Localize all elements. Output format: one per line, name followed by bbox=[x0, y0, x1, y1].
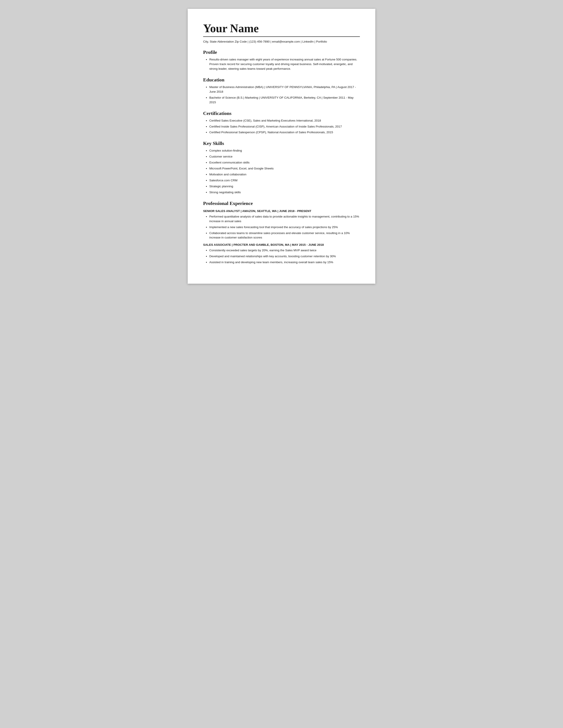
job-2-list: Consistently exceeded sales targets by 2… bbox=[203, 248, 360, 265]
profile-list: Results-driven sales manager with eight … bbox=[203, 57, 360, 71]
name-divider bbox=[203, 36, 360, 37]
list-item: Results-driven sales manager with eight … bbox=[209, 57, 360, 71]
list-item: Collaborated across teams to streamline … bbox=[209, 231, 360, 240]
list-item: Excellent communication skills bbox=[209, 160, 360, 165]
list-item: Customer service bbox=[209, 154, 360, 159]
job-title-2: SALES ASSOCIATE | PROCTER AND GAMBLE, BO… bbox=[203, 243, 360, 246]
list-item: Certified Professional Salesperson (CPSP… bbox=[209, 130, 360, 135]
certifications-list: Certified Sales Executive (CSE), Sales a… bbox=[203, 118, 360, 135]
list-item: Developed and maintained relationships w… bbox=[209, 254, 360, 259]
header-section: Your Name City, State Abbreviation Zip C… bbox=[203, 22, 360, 43]
education-list: Master of Business Administration (MBA) … bbox=[203, 85, 360, 105]
list-item: Strategic planning bbox=[209, 184, 360, 189]
resume-page: Your Name City, State Abbreviation Zip C… bbox=[188, 9, 375, 284]
key-skills-list: Complex solution-finding Customer servic… bbox=[203, 148, 360, 195]
list-item: Certified Inside Sales Professional (CIS… bbox=[209, 124, 360, 129]
certifications-section: Certifications Certified Sales Executive… bbox=[203, 111, 360, 135]
certifications-title: Certifications bbox=[203, 111, 360, 116]
contact-info: City, State Abbreviation Zip Code | (123… bbox=[203, 40, 360, 43]
list-item: Microsoft PowerPoint, Excel, and Google … bbox=[209, 166, 360, 171]
job-1-list: Performed quantitative analysis of sales… bbox=[203, 214, 360, 240]
list-item: Master of Business Administration (MBA) … bbox=[209, 85, 360, 94]
list-item: Salesforce.com CRM bbox=[209, 178, 360, 183]
experience-section: Professional Experience SENIOR SALES ANA… bbox=[203, 201, 360, 265]
list-item: Assisted in training and developing new … bbox=[209, 260, 360, 265]
key-skills-section: Key Skills Complex solution-finding Cust… bbox=[203, 141, 360, 195]
list-item: Motivation and collaboration bbox=[209, 172, 360, 177]
list-item: Bachelor of Science (B.S.) Marketing | U… bbox=[209, 96, 360, 105]
list-item: Complex solution-finding bbox=[209, 148, 360, 153]
list-item: Strong negotiating skills bbox=[209, 190, 360, 195]
resume-name: Your Name bbox=[203, 22, 360, 35]
experience-title: Professional Experience bbox=[203, 201, 360, 206]
education-title: Education bbox=[203, 77, 360, 83]
education-section: Education Master of Business Administrat… bbox=[203, 77, 360, 105]
profile-title: Profile bbox=[203, 49, 360, 55]
key-skills-title: Key Skills bbox=[203, 141, 360, 146]
list-item: Certified Sales Executive (CSE), Sales a… bbox=[209, 118, 360, 123]
job-title-1: SENIOR SALES ANALYST | AMAZON, SEATTLE, … bbox=[203, 209, 360, 213]
list-item: Consistently exceeded sales targets by 2… bbox=[209, 248, 360, 253]
list-item: Implemented a new sales forecasting tool… bbox=[209, 225, 360, 230]
list-item: Performed quantitative analysis of sales… bbox=[209, 214, 360, 224]
profile-section: Profile Results-driven sales manager wit… bbox=[203, 49, 360, 71]
